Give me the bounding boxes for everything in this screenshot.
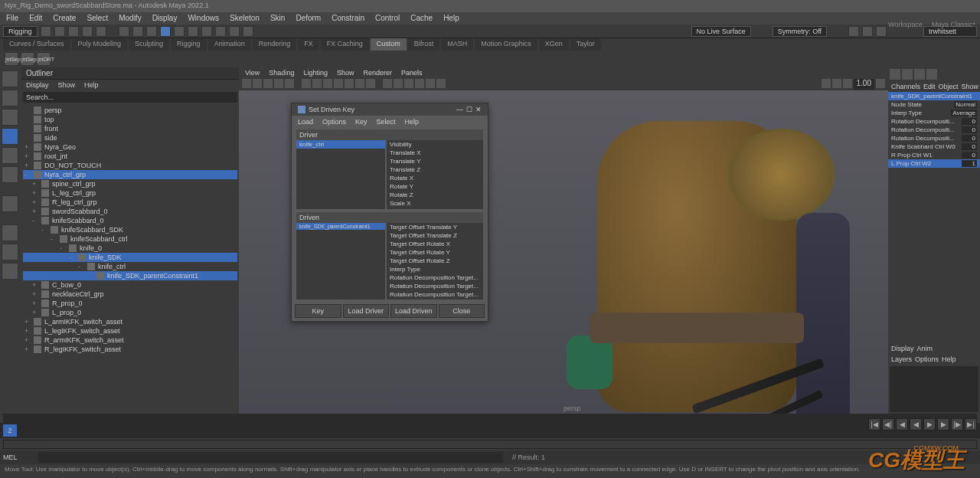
driven-attr-item[interactable]: Rotation Decomposition Target... <box>387 273 483 282</box>
tree-item[interactable]: +L_leg_ctrl_grp <box>23 188 237 198</box>
vp-shaded-icon[interactable] <box>394 79 403 88</box>
attr-row[interactable]: Rotation Decompositi...0 <box>888 126 980 134</box>
dlg-menu-select[interactable]: Select <box>377 118 396 126</box>
tree-item[interactable]: +swordScabbard_0 <box>23 207 237 216</box>
tree-item[interactable]: +spine_ctrl_grp <box>23 179 237 188</box>
minimize-icon[interactable]: — <box>456 106 463 113</box>
vp-textured-icon[interactable] <box>404 79 413 88</box>
module-dropdown[interactable]: Rigging <box>3 26 38 37</box>
vp-menu-show[interactable]: Show <box>337 69 354 77</box>
shelf-tab-taylor[interactable]: Taylor <box>570 38 601 51</box>
menu-windows[interactable]: Windows <box>188 14 219 23</box>
tree-item[interactable]: +R_legIKFK_switch_asset <box>23 345 237 354</box>
layer-menu-layers[interactable]: Layers <box>891 355 912 363</box>
driven-node-item[interactable]: knife_SDK_parentConstraint1 <box>296 223 385 230</box>
undo-icon[interactable] <box>82 26 93 37</box>
attr-row[interactable]: L Prop Ctrl W21 <box>888 159 980 168</box>
tree-item[interactable]: +root_jnt <box>23 152 237 161</box>
tree-item[interactable]: top <box>23 115 237 124</box>
tree-item[interactable]: +R_prop_0 <box>23 299 237 308</box>
step-forward-icon[interactable]: ▶ <box>937 418 949 431</box>
menu-file[interactable]: File <box>6 14 18 23</box>
tree-item[interactable]: -knife_SDK <box>23 253 237 262</box>
snap-point-icon[interactable] <box>201 26 212 37</box>
vp-select-camera-icon[interactable] <box>242 79 251 88</box>
vp-shadows-icon[interactable] <box>426 79 435 88</box>
shelf-icon-2[interactable]: jntSep <box>21 52 34 66</box>
cb-tab-object[interactable]: Object <box>939 83 959 90</box>
step-forward-key-icon[interactable]: |▶ <box>951 418 963 431</box>
layout-custom-icon[interactable] <box>2 263 18 280</box>
paint-select-icon[interactable] <box>146 26 157 37</box>
tree-item[interactable]: +L_legIKFK_switch_asset <box>23 326 237 336</box>
layer-menu-help[interactable]: Help <box>942 355 956 363</box>
cb-tab-channels[interactable]: Channels <box>891 83 920 90</box>
shelf-tab-rendering[interactable]: Rendering <box>253 38 297 51</box>
vp-menu-view[interactable]: View <box>245 69 260 77</box>
shelf-tab-curves[interactable]: Curves / Surfaces <box>3 38 70 51</box>
close-icon[interactable]: ✕ <box>475 106 482 113</box>
command-input[interactable] <box>38 452 503 463</box>
vp-grease-icon[interactable] <box>285 79 294 88</box>
vp-time-field[interactable]: 1.00 <box>854 79 874 90</box>
layer-tab-anim[interactable]: Anim <box>917 345 933 352</box>
tree-item[interactable]: knife_SDK_parentConstraint1 <box>23 271 237 280</box>
close-button[interactable]: Close <box>439 304 485 318</box>
new-scene-icon[interactable] <box>41 26 51 37</box>
shelf-icon-3[interactable]: jntORT <box>37 52 51 66</box>
driven-attr-item[interactable]: Knife Scabbard Ctrl W0 <box>387 299 483 300</box>
vp-resolution-gate-icon[interactable] <box>323 79 332 88</box>
vp-menu-panels[interactable]: Panels <box>401 69 423 77</box>
vp-menu-shading[interactable]: Shading <box>269 69 294 77</box>
tree-item[interactable]: +C_bow_0 <box>23 280 237 290</box>
driven-attr-item[interactable]: Interp Type <box>387 265 483 273</box>
driver-attr-item[interactable]: Visibility <box>387 140 483 149</box>
tree-item[interactable]: persp <box>23 106 237 115</box>
time-slider[interactable]: 2 <box>0 423 980 438</box>
shelf-tab-mash[interactable]: MASH <box>441 38 473 51</box>
layer-tab-display[interactable]: Display <box>891 345 914 352</box>
vp-safe-action-icon[interactable] <box>355 79 364 88</box>
tree-item[interactable]: -Nyra_ctrl_grp <box>23 170 237 179</box>
load-driven-button[interactable]: Load Driven <box>390 304 437 318</box>
paint-tool-icon[interactable] <box>2 109 18 126</box>
attr-row[interactable]: Rotation Decompositi...0 <box>888 134 980 142</box>
last-tool-icon[interactable] <box>2 195 18 212</box>
cb-icon-2[interactable] <box>902 69 913 80</box>
cb-icon-1[interactable] <box>890 69 900 80</box>
tree-item[interactable]: +Nyra_Geo <box>23 142 237 152</box>
driven-node-list[interactable]: knife_SDK_parentConstraint1 <box>296 223 385 300</box>
vp-exposure-icon[interactable] <box>843 79 852 88</box>
menu-create[interactable]: Create <box>53 14 76 23</box>
snap-live-icon[interactable] <box>229 26 240 37</box>
driver-attr-item[interactable]: Translate Z <box>387 165 483 174</box>
lasso-tool-icon[interactable] <box>2 90 18 106</box>
vp-menu-renderer[interactable]: Renderer <box>363 69 392 77</box>
timeline-scroll[interactable] <box>3 414 977 423</box>
tree-item[interactable]: side <box>23 133 237 142</box>
step-back-icon[interactable]: ◀ <box>896 418 908 431</box>
driven-attr-item[interactable]: Target Offset Translate Y <box>387 223 483 231</box>
dlg-menu-key[interactable]: Key <box>355 118 368 126</box>
shelf-tab-custom[interactable]: Custom <box>371 38 407 51</box>
cb-tab-show[interactable]: Show <box>962 83 979 90</box>
driver-node-item[interactable]: knife_ctrl <box>296 140 385 149</box>
menu-constrain[interactable]: Constrain <box>332 14 364 23</box>
cb-node-name[interactable]: knife_SDK_parentConstraint1 <box>888 92 980 100</box>
redo-icon[interactable] <box>96 26 106 37</box>
menu-select[interactable]: Select <box>87 14 108 23</box>
move-tool-icon[interactable] <box>2 128 18 145</box>
shelf-tab-fx[interactable]: FX <box>298 38 319 51</box>
play-back-icon[interactable]: ◀ <box>910 418 922 431</box>
step-back-key-icon[interactable]: ◀| <box>882 418 894 431</box>
save-scene-icon[interactable] <box>68 26 79 37</box>
key-button[interactable]: Key <box>295 304 341 318</box>
tree-item[interactable]: +R_armIKFK_switch_asset <box>23 336 237 345</box>
driver-attr-item[interactable]: Translate Y <box>387 157 483 165</box>
tree-item[interactable]: -knifeScabbard_0 <box>23 216 237 225</box>
select-mode-icon[interactable] <box>119 26 129 37</box>
vp-gate-mask-icon[interactable] <box>334 79 343 88</box>
menu-control[interactable]: Control <box>375 14 400 23</box>
tree-item[interactable]: -knifeScabbard_SDK <box>23 225 237 234</box>
workspace-selector[interactable]: Workspace Maya Classic* <box>888 21 975 28</box>
